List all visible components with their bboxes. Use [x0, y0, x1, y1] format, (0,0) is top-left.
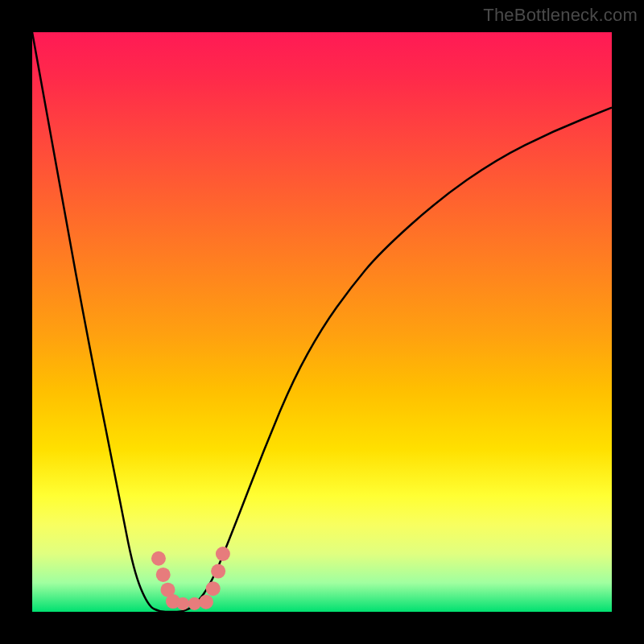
curve-marker [188, 597, 201, 610]
chart-frame: TheBottleneck.com [0, 0, 644, 644]
curve-marker [151, 551, 166, 566]
curve-marker [206, 581, 221, 596]
bottleneck-curve [32, 32, 612, 612]
curve-marker [176, 597, 189, 610]
curve-marker [199, 595, 213, 609]
plot-area [32, 32, 612, 612]
curve-marker [211, 564, 225, 579]
watermark-text: TheBottleneck.com [483, 5, 638, 26]
curve-marker [216, 547, 230, 561]
curve-marker [156, 568, 171, 582]
